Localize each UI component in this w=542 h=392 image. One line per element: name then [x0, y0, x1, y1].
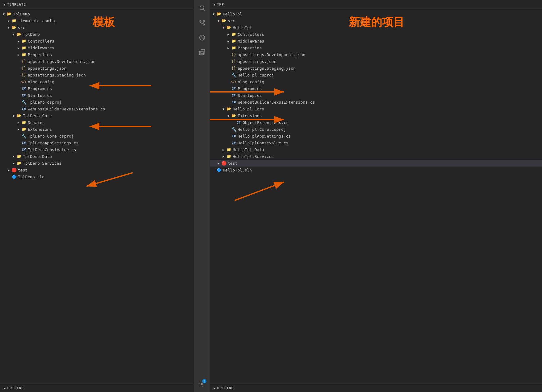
folder-icon: 📁 [21, 126, 27, 132]
tree-item-tpldemo-core-csproj[interactable]: 🔧TplDemo.Core.csproj [0, 133, 194, 139]
right-collapse-arrow[interactable]: ▼ [214, 3, 216, 6]
tree-item-middlewares[interactable]: ▶📁Middlewares [0, 44, 194, 51]
tree-item-domains[interactable]: ▶📁Domains [0, 119, 194, 126]
tree-item-hello-appsettings-staging[interactable]: {}appsettings.Staging.json [210, 65, 542, 72]
expand-arrow[interactable]: ▶ [11, 161, 16, 166]
tree-item-hello-properties[interactable]: ▶📁Properties [210, 44, 542, 51]
tree-item-appsettings-dev[interactable]: {}appsettings.Development.json [0, 58, 194, 65]
tree-item-hello-src[interactable]: ▼📂src [210, 17, 542, 24]
tree-item-label: appsettings.Staging.json [238, 66, 296, 71]
tree-item-tpldemoapp-cs[interactable]: C#TplDemoAppSettings.cs [0, 139, 194, 146]
tree-item-startup-cs[interactable]: C#Startup.cs [0, 92, 194, 99]
cs-icon: C# [231, 140, 236, 146]
expand-arrow[interactable]: ▶ [226, 45, 231, 50]
expand-arrow[interactable]: ▼ [211, 11, 216, 16]
expand-arrow[interactable]: ▼ [226, 113, 231, 118]
expand-arrow[interactable]: ▼ [216, 18, 221, 23]
expand-arrow[interactable]: ▼ [6, 25, 11, 30]
tree-item-test[interactable]: ▶🔴test [0, 167, 194, 173]
expand-arrow[interactable]: ▼ [11, 32, 16, 37]
tree-item-appsettings[interactable]: {}appsettings.json [0, 65, 194, 72]
tree-item-tpldemoconst-cs[interactable]: C#TplDemoConstValue.cs [0, 146, 194, 153]
tree-item-tpldemo-csproj[interactable]: 🔧TplDemo.csproj [0, 99, 194, 105]
tree-item-appsettings-staging[interactable]: {}appsettings.Staging.json [0, 72, 194, 78]
tree-item-hello-middlewares[interactable]: ▶📁Middlewares [210, 38, 542, 44]
search-icon[interactable] [197, 2, 208, 14]
tree-item-program-cs[interactable]: C#Program.cs [0, 85, 194, 92]
tree-item-hellotpl-core[interactable]: ▼📂HelloTpl.Core [210, 105, 542, 112]
csproj-icon: 🔧 [231, 126, 236, 132]
tree-item-hello-csproj[interactable]: 🔧HelloTpl.csproj [210, 72, 542, 78]
settings-badge: 1 [202, 379, 206, 383]
expand-arrow[interactable]: ▶ [16, 45, 21, 50]
expand-arrow[interactable]: ▶ [16, 120, 21, 125]
left-outline-arrow[interactable]: ▶ [4, 386, 6, 390]
tree-item-properties[interactable]: ▶📁Properties [0, 51, 194, 58]
no-symbol-icon[interactable] [197, 32, 208, 43]
tree-item-hello-startup[interactable]: C#Startup.cs [210, 92, 542, 99]
expand-arrow[interactable]: ▶ [221, 154, 226, 159]
expand-arrow[interactable]: ▼ [221, 25, 226, 30]
tree-item-hello-objectext[interactable]: C#ObjectExtentions.cs [210, 119, 542, 126]
expand-arrow[interactable]: ▶ [216, 161, 221, 166]
expand-arrow[interactable]: ▼ [11, 113, 16, 118]
tree-item-tpldemo-core[interactable]: ▼📂TplDemo.Core [0, 112, 194, 119]
tree-item-hello-webhostbuilder[interactable]: C#WebHostBuilderJexusExtensions.cs [210, 99, 542, 105]
collapse-arrow[interactable]: ▼ [4, 3, 6, 6]
expand-arrow[interactable]: ▶ [16, 127, 21, 132]
tree-item-src[interactable]: ▼📂src [0, 24, 194, 31]
tree-item-controllers[interactable]: ▶📁Controllers [0, 38, 194, 44]
tree-item-nlog-config[interactable]: </>nlog.config [0, 78, 194, 85]
tree-item-tpldemo-src[interactable]: ▼📂TplDemo [0, 31, 194, 38]
tree-item-hello-appsettings[interactable]: {}appsettings.json [210, 58, 542, 65]
tree-item-hello-constvalue-cs[interactable]: C#HelloTplConstValue.cs [210, 139, 542, 146]
tree-item-label: HelloTplConstValue.cs [238, 141, 288, 145]
tree-item-hello-data[interactable]: ▶📁HelloTpl.Data [210, 146, 542, 153]
tree-item-label: test [18, 168, 27, 172]
tree-item-webhostbuilder-cs[interactable]: C#WebHostBuilderJexusExtensions.cs [0, 105, 194, 112]
tree-item-label: HelloTpl.Services [233, 154, 274, 159]
sln-icon: 🔷 [216, 167, 222, 173]
tree-item-hellotpl-src[interactable]: ▼📂HelloTpl [210, 24, 542, 31]
tree-item-hello-appsettings-dev[interactable]: {}appsettings.Development.json [210, 51, 542, 58]
expand-arrow[interactable]: ▶ [16, 39, 21, 43]
tree-item-tpldemo-services[interactable]: ▶📁TplDemo.Services [0, 160, 194, 167]
tree-item-hello-sln[interactable]: 🔷HelloTpl.sln [210, 167, 542, 173]
expand-arrow[interactable]: ▶ [221, 147, 226, 152]
expand-arrow[interactable]: ▼ [221, 106, 226, 111]
copy-icon[interactable] [197, 47, 208, 58]
tree-item-hello-test[interactable]: ▶🔴test [210, 160, 542, 167]
json-icon: {} [21, 65, 27, 71]
source-control-icon[interactable] [197, 17, 208, 28]
expand-arrow[interactable]: ▶ [16, 52, 21, 57]
tree-item-hello-services[interactable]: ▶📁HelloTpl.Services [210, 153, 542, 160]
tree-item-hello-nlog[interactable]: </>nlog.config [210, 78, 542, 85]
tree-item-tpldemo-data[interactable]: ▶📁TplDemo.Data [0, 153, 194, 160]
expand-arrow[interactable]: ▶ [6, 18, 11, 23]
tree-item-hello-program[interactable]: C#Program.cs [210, 85, 542, 92]
folder-icon: 📁 [21, 52, 27, 57]
right-outline-arrow[interactable]: ▶ [214, 386, 216, 390]
tree-item-hello-extensions-open[interactable]: ▼📂Extensions [210, 112, 542, 119]
tree-item-label: Startup.cs [28, 93, 52, 98]
tree-item-label: HelloTpl.sln [223, 168, 252, 172]
tree-item-tpldemo-sln[interactable]: 🔷TplDemo.sln [0, 173, 194, 180]
tree-item-extensions[interactable]: ▶📁Extensions [0, 126, 194, 133]
folder-icon: 📁 [231, 38, 236, 44]
expand-arrow[interactable]: ▶ [226, 39, 231, 43]
tree-item-label: TplDemo.Core.csproj [28, 134, 74, 138]
csproj-icon: 🔧 [231, 72, 236, 78]
expand-arrow[interactable]: ▶ [11, 154, 16, 159]
tree-item-hello-core-csproj[interactable]: 🔧HelloTpl.Core.csproj [210, 126, 542, 133]
tree-item-tpldemo-root[interactable]: ▼📂TplDemo [0, 10, 194, 17]
tree-item-hello-appsettings-cs[interactable]: C#HelloTplAppSettings.cs [210, 133, 542, 139]
tree-item-template-config[interactable]: ▶📁.template.config [0, 17, 194, 24]
right-outline-label: OUTLINE [217, 386, 234, 390]
folder-open-icon: 📂 [16, 113, 22, 118]
tree-item-label: Controllers [238, 32, 264, 37]
expand-arrow[interactable]: ▼ [1, 11, 6, 16]
tree-item-hellotpl-root[interactable]: ▼📂HelloTpl [210, 10, 542, 17]
expand-arrow[interactable]: ▶ [6, 167, 11, 172]
tree-item-hello-controllers[interactable]: ▶📁Controllers [210, 31, 542, 38]
expand-arrow[interactable]: ▶ [226, 32, 231, 37]
